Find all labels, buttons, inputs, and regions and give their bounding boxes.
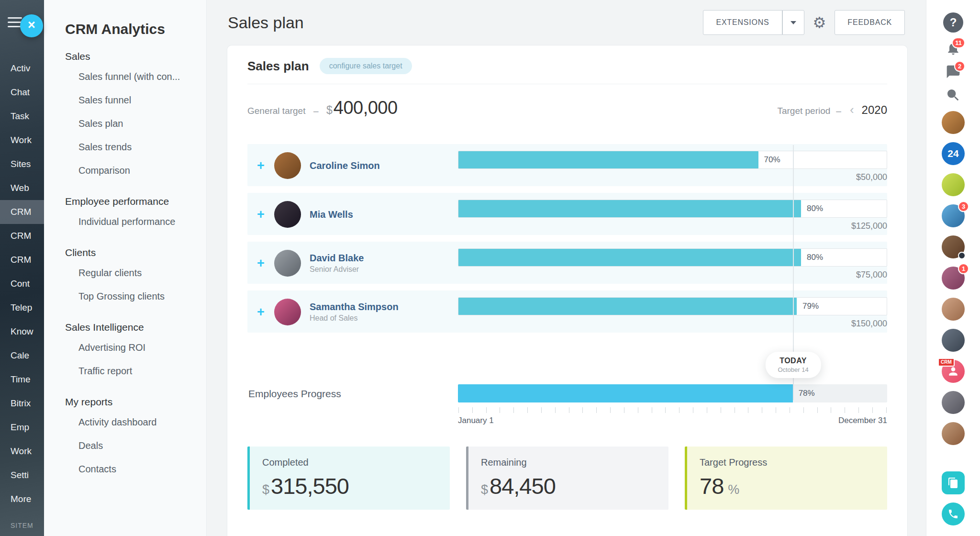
card-title: Sales plan [247, 59, 309, 74]
sidebar-item[interactable]: Comparison [65, 159, 198, 182]
employee-role: Head of Sales [310, 314, 399, 323]
expand-employee-button[interactable]: + [257, 208, 274, 221]
expand-employee-button[interactable]: + [257, 257, 274, 270]
extensions-dropdown-button[interactable] [782, 10, 804, 35]
search-button[interactable] [946, 88, 961, 103]
expand-employee-button[interactable]: + [257, 159, 274, 172]
contact-avatar[interactable]: 3 [942, 204, 965, 227]
timeline-tick [872, 407, 873, 413]
contact-avatar[interactable] [942, 422, 965, 445]
messenger-button[interactable]: 2 [946, 64, 961, 79]
main-nav-item[interactable]: More [0, 487, 44, 511]
sidebar-section-label[interactable]: Sales [65, 51, 198, 62]
employees-progress-percent: 78% [799, 389, 815, 398]
bitrix24-logo[interactable]: 24 [942, 142, 965, 165]
sidebar-section-label[interactable]: Sales Intelligence [65, 322, 198, 333]
main-nav-item[interactable]: Emp [0, 415, 44, 439]
expand-employee-button[interactable]: + [257, 306, 274, 319]
sidebar-section-label[interactable]: Employee performance [65, 196, 198, 207]
contact-avatar[interactable]: 1 [942, 267, 965, 290]
sidebar-item[interactable]: Sales trends [65, 135, 198, 159]
contact-avatar[interactable] [942, 235, 965, 258]
main-nav-item[interactable]: Activ [0, 56, 44, 80]
contact-avatar[interactable] [942, 298, 965, 321]
main-nav-item[interactable]: CRM [0, 248, 44, 272]
main-nav-item[interactable]: Cale [0, 344, 44, 368]
notifications-button[interactable]: 11 [946, 41, 961, 56]
target-period: Target period – ‹ 2020 [777, 103, 887, 117]
employee-name[interactable]: Caroline Simon [310, 160, 380, 171]
crm-chat-avatar[interactable]: CRM [942, 360, 965, 383]
main-nav-item[interactable]: CRM [0, 200, 44, 224]
chevron-left-icon[interactable]: ‹ [850, 103, 854, 116]
main-nav-item[interactable]: Know [0, 320, 44, 344]
employees-progress-bar: 78% [458, 384, 887, 402]
employee-progress-bar: 80% [458, 248, 887, 267]
employee-progress-bar: 79% [458, 297, 887, 315]
employee-progress-bar: 80% [458, 200, 887, 218]
main-nav-item[interactable]: Sites [0, 152, 44, 176]
avatar [274, 250, 301, 277]
configure-sales-target-link[interactable]: configure sales target [320, 58, 412, 74]
summary-cards: Completed$315,550Remaining$84,450Target … [247, 447, 887, 510]
main-nav-item[interactable]: Web [0, 176, 44, 200]
main-nav-item[interactable]: Setti [0, 463, 44, 487]
main-nav-item[interactable]: Telep [0, 296, 44, 320]
extensions-button[interactable]: EXTENSIONS [703, 10, 782, 35]
main-nav-item[interactable]: Work [0, 128, 44, 152]
sidebar-item[interactable]: Regular clients [65, 261, 198, 285]
sidebar-item[interactable]: Individual performance [65, 210, 198, 234]
timeline-tick [555, 407, 556, 413]
crm-tag: CRM [938, 358, 955, 367]
employee-name[interactable]: Samantha Simpson [310, 302, 399, 313]
timeline-tick [652, 407, 652, 413]
timeline-tick [707, 407, 707, 413]
sidebar-section-label[interactable]: Clients [65, 247, 198, 258]
main-nav-item[interactable]: Chat [0, 80, 44, 104]
sidebar-section: SalesSales funnel (with con...Sales funn… [65, 51, 198, 182]
employee-amount: $150,000 [458, 319, 887, 329]
targets-row: General target – $400,000 Target period … [247, 98, 887, 118]
sidebar-section-label[interactable]: My reports [65, 396, 198, 408]
feedback-button[interactable]: FEEDBACK [835, 10, 905, 35]
sidebar-item[interactable]: Advertising ROI [65, 336, 198, 359]
contact-avatar[interactable] [942, 391, 965, 414]
menu-collapse-button[interactable]: × [20, 14, 43, 37]
contact-avatar[interactable] [942, 329, 965, 352]
main-nav-item[interactable]: Work [0, 439, 44, 463]
employees-progress-row: Employees Progress 78% January 1 Decembe… [247, 384, 887, 425]
settings-button[interactable]: ⚙ [812, 15, 827, 30]
employee-progress-fill [458, 200, 801, 217]
help-button[interactable]: ? [943, 12, 963, 33]
contact-avatar[interactable] [942, 111, 965, 134]
avatar [274, 201, 301, 228]
main-navigation-rail: ActivChatTaskWorkSitesWebCRMCRMCRMContTe… [0, 0, 44, 536]
timeline-tick [886, 407, 887, 413]
main-nav-item[interactable]: CRM [0, 224, 44, 248]
employee-name[interactable]: Mia Wells [310, 209, 353, 220]
card-header: Sales plan configure sales target [247, 58, 887, 84]
sitemap-link[interactable]: SITEM [0, 522, 44, 536]
general-target-value: $400,000 [326, 107, 398, 115]
target-period-label: Target period [777, 106, 830, 116]
contact-avatar[interactable] [942, 173, 965, 196]
sidebar-section: Employee performanceIndividual performan… [65, 196, 198, 234]
main-nav-item[interactable]: Cont [0, 272, 44, 296]
sidebar-item[interactable]: Sales funnel [65, 89, 198, 112]
employee-info: +Samantha SimpsonHead of Sales [247, 295, 458, 329]
sidebar-item[interactable]: Top Grossing clients [65, 285, 198, 308]
sidebar-item[interactable]: Contacts [65, 458, 198, 481]
main-nav-item[interactable]: Time [0, 368, 44, 391]
sidebar-item[interactable]: Sales plan [65, 112, 198, 135]
sidebar-item[interactable]: Activity dashboard [65, 411, 198, 434]
call-button[interactable] [942, 502, 965, 525]
employee-name[interactable]: David Blake [310, 253, 364, 264]
main-nav-item[interactable]: Task [0, 104, 44, 128]
main-nav-item[interactable]: Bitrix [0, 391, 44, 415]
sidebar-item[interactable]: Deals [65, 434, 198, 458]
general-target: General target – $400,000 [247, 98, 398, 118]
sidebar-item[interactable]: Traffic report [65, 359, 198, 383]
share-button[interactable] [942, 471, 965, 494]
employees-progress-label: Employees Progress [247, 384, 458, 425]
sidebar-item[interactable]: Sales funnel (with con... [65, 65, 198, 89]
